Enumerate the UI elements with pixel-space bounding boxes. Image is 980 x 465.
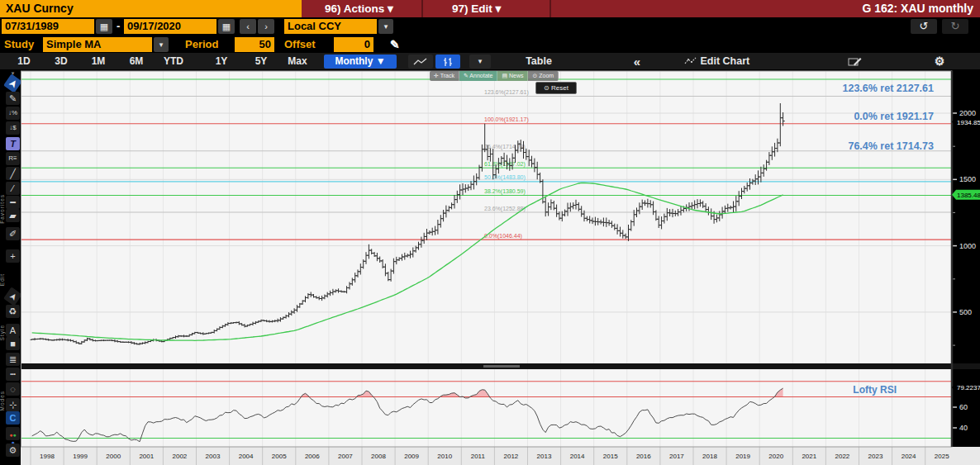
prev-period-button[interactable]: ‹: [240, 19, 256, 34]
year-label: 2008: [371, 453, 386, 460]
chart-annotation[interactable]: 76.4% ret 1714.73: [848, 140, 934, 152]
rsi-axis-tick: 40: [959, 424, 968, 432]
frequency-select[interactable]: Monthly ▼: [324, 55, 397, 69]
ohlc-bars-icon[interactable]: [435, 55, 460, 69]
date-to-field[interactable]: 09/17/2020: [124, 19, 216, 34]
year-label: 2016: [636, 453, 651, 460]
range-tab-3d[interactable]: 3D: [45, 53, 77, 70]
range-tab-6m[interactable]: 6M: [121, 53, 152, 70]
anchor-mode-icon[interactable]: ⊹: [6, 398, 20, 411]
text-tool-icon[interactable]: T: [6, 137, 20, 150]
chart-type-caret-icon[interactable]: ▾: [469, 55, 491, 69]
currency-select[interactable]: Local CCY: [284, 19, 377, 34]
annotate-pencil-icon[interactable]: ✎: [390, 37, 400, 52]
date-from-field[interactable]: 07/31/1989: [2, 19, 94, 34]
rsi-axis-tick: 60: [959, 403, 968, 411]
study-label: Study: [4, 37, 34, 52]
year-label: 2018: [702, 453, 717, 460]
year-label: 2024: [902, 453, 916, 460]
year-label: 2022: [835, 453, 850, 460]
hover-tool-zoom[interactable]: ⊙ Zoom: [528, 71, 559, 81]
period-field[interactable]: 50: [235, 37, 274, 52]
draw-line-icon[interactable]: ✎: [6, 92, 20, 105]
range-tab-1d[interactable]: 1D: [8, 53, 40, 70]
hover-tool-news[interactable]: ▤ News: [497, 71, 528, 81]
delete-icon[interactable]: ♻: [6, 305, 20, 318]
year-label: 2013: [537, 453, 552, 460]
dashed-line-icon[interactable]: ⁄: [6, 182, 20, 195]
year-label: 2005: [272, 453, 287, 460]
settings-gear-icon[interactable]: ⚙: [927, 53, 952, 70]
rgb-mode-icon[interactable]: ●●●: [6, 427, 20, 440]
line-style-icon[interactable]: ≣: [6, 353, 20, 366]
dash-style-icon[interactable]: ┅: [6, 368, 20, 381]
note-price-icon[interactable]: ↓$: [6, 121, 20, 135]
fib-level-label: 123.6%(2127.61): [484, 89, 529, 96]
title-row: XAU Curncy 96) Actions ▾ 97) Edit ▾ G 16…: [0, 0, 980, 17]
year-label: 2003: [206, 453, 221, 460]
calendar-icon[interactable]: ▦: [218, 19, 235, 34]
chart-annotation[interactable]: 123.6% ret 2127.61: [842, 83, 934, 94]
line-chart-icon[interactable]: [408, 55, 433, 69]
channel-icon[interactable]: ▰: [6, 209, 20, 222]
actions-menu-button[interactable]: 96) Actions ▾: [325, 0, 393, 17]
edit-chart-button[interactable]: Edit Chart: [684, 53, 749, 70]
trendline-icon[interactable]: ╱: [6, 167, 20, 180]
regression-icon[interactable]: R≡: [6, 152, 20, 165]
chart-toolbar-row: Monthly ▼ ▾ Table « Edit Chart ⚙ 1D3D1M6…: [0, 53, 980, 70]
main-pane[interactable]: [21, 71, 952, 363]
pane-divider-handle[interactable]: [483, 365, 520, 368]
note-percent-icon[interactable]: ↓%: [6, 107, 20, 120]
redo-icon[interactable]: ↻: [942, 19, 968, 34]
hover-tool-track[interactable]: ✛ Track: [430, 71, 459, 81]
offset-field[interactable]: 0: [334, 37, 373, 52]
undo-icon[interactable]: ↺: [911, 19, 937, 34]
year-label: 1999: [73, 453, 88, 460]
price-axis-tick: 1000: [959, 242, 976, 250]
year-label: 2010: [437, 453, 452, 460]
crescent-mode-icon[interactable]: C: [6, 411, 20, 425]
fib-level-label: 100.0%(1921.17): [484, 116, 529, 123]
study-caret-icon[interactable]: ▾: [154, 37, 169, 52]
fib-level-label: 23.6%(1252.88): [484, 206, 526, 212]
next-period-button[interactable]: ›: [258, 19, 274, 34]
hover-tool-annotate[interactable]: ✎ Annotate: [459, 71, 497, 81]
select-edit-icon[interactable]: ➤: [3, 287, 22, 306]
currency-caret-icon[interactable]: ▾: [378, 19, 393, 34]
edit-menu-button[interactable]: 97) Edit ▾: [452, 0, 501, 17]
chart-hover-toolbar: ✛ Track✎ Annotate▤ News⊙ Zoom: [430, 71, 559, 81]
range-tab-1m[interactable]: 1M: [83, 53, 114, 70]
collapse-panel-icon[interactable]: «: [625, 53, 649, 70]
price-axis-tick: 1500: [959, 175, 976, 183]
fib-level-label: 38.2%(1380.59): [484, 188, 526, 195]
range-tab-max[interactable]: Max: [282, 53, 313, 70]
price-chart[interactable]: 1998199920002001200220032004200520062007…: [21, 70, 980, 465]
study-select[interactable]: Simple MA: [43, 37, 152, 52]
reset-zoom-button[interactable]: ⊙ Reset: [535, 82, 577, 94]
calendar-icon[interactable]: ▦: [96, 19, 112, 34]
settings-gear-icon[interactable]: ⚙: [6, 444, 20, 457]
date-range-row: 07/31/1989 ▦ - 09/17/2020 ▦ ‹ › Local CC…: [0, 17, 980, 36]
chart-annotate-icon[interactable]: [840, 55, 869, 69]
move-icon[interactable]: +: [6, 249, 20, 263]
range-tab-1y[interactable]: 1Y: [206, 53, 237, 70]
last-price-tag-text: 1934.85: [957, 119, 980, 126]
table-button[interactable]: Table: [506, 53, 572, 70]
rsi-pane[interactable]: [21, 369, 952, 447]
chart-annotation[interactable]: 0.0% ret 1921.17: [854, 111, 934, 122]
lasso-mode-icon[interactable]: ◌: [6, 382, 20, 396]
sidebar-section-edit: Edit: [0, 273, 7, 286]
offset-label: Offset: [284, 37, 316, 52]
ticker-title: XAU Curncy: [0, 0, 302, 17]
year-label: 2020: [768, 453, 783, 460]
range-tab-5y[interactable]: 5Y: [245, 53, 277, 70]
year-label: 2006: [305, 453, 320, 460]
text-style-icon[interactable]: A: [6, 324, 20, 337]
fill-style-icon[interactable]: ■: [6, 337, 20, 350]
chart-annotation[interactable]: Lofty RSI: [853, 384, 897, 396]
price-axis-tick: 2000: [959, 109, 976, 117]
freehand-icon[interactable]: ✐: [6, 227, 20, 240]
horizontal-line-icon[interactable]: ━: [6, 196, 20, 209]
range-tab-ytd[interactable]: YTD: [158, 53, 189, 70]
edit-chart-icon: [684, 56, 697, 65]
